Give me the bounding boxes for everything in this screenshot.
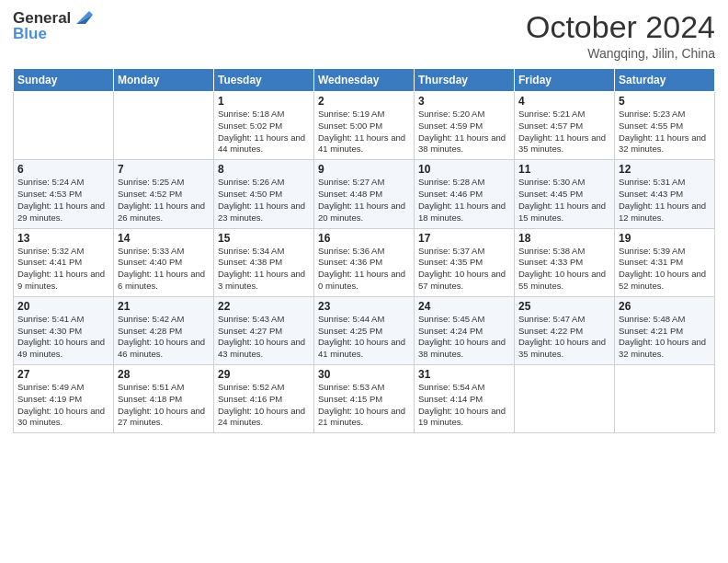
day-info: Sunrise: 5:27 AMSunset: 4:48 PMDaylight:… bbox=[318, 177, 410, 224]
day-cell: 18Sunrise: 5:38 AMSunset: 4:33 PMDayligh… bbox=[515, 228, 615, 296]
day-info: Sunrise: 5:52 AMSunset: 4:16 PMDaylight:… bbox=[218, 382, 310, 429]
day-number: 4 bbox=[518, 95, 610, 108]
day-info: Sunrise: 5:54 AMSunset: 4:14 PMDaylight:… bbox=[418, 382, 510, 429]
day-info: Sunrise: 5:32 AMSunset: 4:41 PMDaylight:… bbox=[17, 246, 109, 293]
day-number: 24 bbox=[418, 300, 510, 313]
day-cell: 19Sunrise: 5:39 AMSunset: 4:31 PMDayligh… bbox=[615, 228, 715, 296]
day-cell: 3Sunrise: 5:20 AMSunset: 4:59 PMDaylight… bbox=[415, 92, 515, 160]
day-info: Sunrise: 5:44 AMSunset: 4:25 PMDaylight:… bbox=[318, 314, 410, 361]
day-info: Sunrise: 5:51 AMSunset: 4:18 PMDaylight:… bbox=[118, 382, 210, 429]
day-number: 9 bbox=[318, 163, 410, 176]
week-row-4: 20Sunrise: 5:41 AMSunset: 4:30 PMDayligh… bbox=[14, 296, 715, 364]
day-info: Sunrise: 5:30 AMSunset: 4:45 PMDaylight:… bbox=[518, 177, 610, 224]
day-cell: 2Sunrise: 5:19 AMSunset: 5:00 PMDaylight… bbox=[314, 92, 415, 160]
day-info: Sunrise: 5:45 AMSunset: 4:24 PMDaylight:… bbox=[418, 314, 510, 361]
day-number: 17 bbox=[418, 232, 510, 245]
day-number: 28 bbox=[118, 368, 210, 381]
day-header-thursday: Thursday bbox=[415, 69, 515, 92]
day-info: Sunrise: 5:23 AMSunset: 4:55 PMDaylight:… bbox=[619, 109, 711, 155]
day-number: 11 bbox=[518, 163, 610, 176]
day-number: 29 bbox=[218, 368, 310, 381]
header: General Blue October 2024 Wangqing, Jili… bbox=[13, 9, 715, 61]
day-cell: 13Sunrise: 5:32 AMSunset: 4:41 PMDayligh… bbox=[14, 228, 114, 296]
day-info: Sunrise: 5:39 AMSunset: 4:31 PMDaylight:… bbox=[619, 246, 711, 293]
logo: General Blue bbox=[13, 9, 93, 43]
page: General Blue October 2024 Wangqing, Jili… bbox=[0, 0, 728, 563]
day-number: 30 bbox=[318, 368, 410, 381]
day-number: 18 bbox=[518, 232, 610, 245]
day-header-friday: Friday bbox=[515, 69, 615, 92]
day-cell: 16Sunrise: 5:36 AMSunset: 4:36 PMDayligh… bbox=[314, 228, 415, 296]
day-cell: 26Sunrise: 5:48 AMSunset: 4:21 PMDayligh… bbox=[615, 296, 715, 364]
day-info: Sunrise: 5:47 AMSunset: 4:22 PMDaylight:… bbox=[518, 314, 610, 361]
day-cell: 6Sunrise: 5:24 AMSunset: 4:53 PMDaylight… bbox=[14, 160, 114, 228]
day-cell bbox=[515, 365, 615, 433]
day-cell: 22Sunrise: 5:43 AMSunset: 4:27 PMDayligh… bbox=[214, 296, 314, 364]
day-number: 23 bbox=[318, 300, 410, 313]
day-info: Sunrise: 5:41 AMSunset: 4:30 PMDaylight:… bbox=[17, 314, 109, 361]
day-cell: 5Sunrise: 5:23 AMSunset: 4:55 PMDaylight… bbox=[615, 92, 715, 160]
title-block: October 2024 Wangqing, Jilin, China bbox=[526, 9, 715, 61]
day-number: 22 bbox=[218, 300, 310, 313]
day-number: 25 bbox=[518, 300, 610, 313]
day-number: 7 bbox=[118, 163, 210, 176]
day-cell: 17Sunrise: 5:37 AMSunset: 4:35 PMDayligh… bbox=[415, 228, 515, 296]
day-cell: 30Sunrise: 5:53 AMSunset: 4:15 PMDayligh… bbox=[314, 365, 415, 433]
day-info: Sunrise: 5:37 AMSunset: 4:35 PMDaylight:… bbox=[418, 246, 510, 293]
week-row-3: 13Sunrise: 5:32 AMSunset: 4:41 PMDayligh… bbox=[14, 228, 715, 296]
day-cell: 29Sunrise: 5:52 AMSunset: 4:16 PMDayligh… bbox=[214, 365, 314, 433]
day-info: Sunrise: 5:31 AMSunset: 4:43 PMDaylight:… bbox=[619, 177, 711, 224]
day-info: Sunrise: 5:21 AMSunset: 4:57 PMDaylight:… bbox=[518, 109, 610, 155]
day-info: Sunrise: 5:53 AMSunset: 4:15 PMDaylight:… bbox=[318, 382, 410, 429]
day-info: Sunrise: 5:28 AMSunset: 4:46 PMDaylight:… bbox=[418, 177, 510, 224]
week-row-5: 27Sunrise: 5:49 AMSunset: 4:19 PMDayligh… bbox=[14, 365, 715, 433]
week-row-2: 6Sunrise: 5:24 AMSunset: 4:53 PMDaylight… bbox=[14, 160, 715, 228]
day-number: 20 bbox=[17, 300, 109, 313]
day-cell bbox=[114, 92, 214, 160]
day-info: Sunrise: 5:42 AMSunset: 4:28 PMDaylight:… bbox=[118, 314, 210, 361]
day-number: 19 bbox=[619, 232, 711, 245]
day-info: Sunrise: 5:49 AMSunset: 4:19 PMDaylight:… bbox=[17, 382, 109, 429]
day-number: 1 bbox=[218, 95, 310, 108]
day-number: 3 bbox=[418, 95, 510, 108]
day-number: 6 bbox=[17, 163, 109, 176]
day-number: 31 bbox=[418, 368, 510, 381]
day-cell: 8Sunrise: 5:26 AMSunset: 4:50 PMDaylight… bbox=[214, 160, 314, 228]
day-cell: 10Sunrise: 5:28 AMSunset: 4:46 PMDayligh… bbox=[415, 160, 515, 228]
day-number: 2 bbox=[318, 95, 410, 108]
day-number: 27 bbox=[17, 368, 109, 381]
day-cell: 28Sunrise: 5:51 AMSunset: 4:18 PMDayligh… bbox=[114, 365, 214, 433]
day-info: Sunrise: 5:20 AMSunset: 4:59 PMDaylight:… bbox=[418, 109, 510, 155]
day-header-sunday: Sunday bbox=[14, 69, 114, 92]
day-number: 21 bbox=[118, 300, 210, 313]
day-cell: 7Sunrise: 5:25 AMSunset: 4:52 PMDaylight… bbox=[114, 160, 214, 228]
day-number: 10 bbox=[418, 163, 510, 176]
day-cell: 1Sunrise: 5:18 AMSunset: 5:02 PMDaylight… bbox=[214, 92, 314, 160]
day-number: 13 bbox=[17, 232, 109, 245]
day-header-tuesday: Tuesday bbox=[214, 69, 314, 92]
day-cell: 9Sunrise: 5:27 AMSunset: 4:48 PMDaylight… bbox=[314, 160, 415, 228]
day-cell: 31Sunrise: 5:54 AMSunset: 4:14 PMDayligh… bbox=[415, 365, 515, 433]
day-cell: 15Sunrise: 5:34 AMSunset: 4:38 PMDayligh… bbox=[214, 228, 314, 296]
day-info: Sunrise: 5:26 AMSunset: 4:50 PMDaylight:… bbox=[218, 177, 310, 224]
day-info: Sunrise: 5:25 AMSunset: 4:52 PMDaylight:… bbox=[118, 177, 210, 224]
day-number: 15 bbox=[218, 232, 310, 245]
day-info: Sunrise: 5:43 AMSunset: 4:27 PMDaylight:… bbox=[218, 314, 310, 361]
day-cell bbox=[615, 365, 715, 433]
day-cell: 27Sunrise: 5:49 AMSunset: 4:19 PMDayligh… bbox=[14, 365, 114, 433]
day-info: Sunrise: 5:48 AMSunset: 4:21 PMDaylight:… bbox=[619, 314, 711, 361]
day-number: 5 bbox=[619, 95, 711, 108]
location-title: Wangqing, Jilin, China bbox=[526, 46, 715, 61]
month-title: October 2024 bbox=[526, 9, 715, 45]
day-cell: 24Sunrise: 5:45 AMSunset: 4:24 PMDayligh… bbox=[415, 296, 515, 364]
day-info: Sunrise: 5:36 AMSunset: 4:36 PMDaylight:… bbox=[318, 246, 410, 293]
day-cell: 12Sunrise: 5:31 AMSunset: 4:43 PMDayligh… bbox=[615, 160, 715, 228]
day-info: Sunrise: 5:34 AMSunset: 4:38 PMDaylight:… bbox=[218, 246, 310, 293]
logo-icon bbox=[73, 7, 93, 28]
day-header-monday: Monday bbox=[114, 69, 214, 92]
day-info: Sunrise: 5:38 AMSunset: 4:33 PMDaylight:… bbox=[518, 246, 610, 293]
day-cell: 11Sunrise: 5:30 AMSunset: 4:45 PMDayligh… bbox=[515, 160, 615, 228]
day-number: 16 bbox=[318, 232, 410, 245]
day-cell: 21Sunrise: 5:42 AMSunset: 4:28 PMDayligh… bbox=[114, 296, 214, 364]
day-header-wednesday: Wednesday bbox=[314, 69, 415, 92]
